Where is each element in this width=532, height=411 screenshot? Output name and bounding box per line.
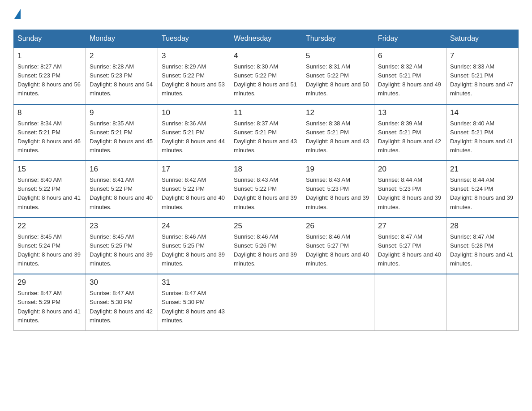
day-number: 23	[90, 222, 154, 231]
calendar-week-row: 8 Sunrise: 8:34 AM Sunset: 5:21 PM Dayli…	[14, 104, 519, 161]
day-number: 12	[306, 108, 370, 117]
day-info: Sunrise: 8:29 AM Sunset: 5:22 PM Dayligh…	[162, 62, 226, 98]
calendar-cell: 19 Sunrise: 8:43 AM Sunset: 5:23 PM Dayl…	[302, 161, 374, 218]
calendar-cell: 11 Sunrise: 8:37 AM Sunset: 5:21 PM Dayl…	[230, 104, 302, 161]
day-info: Sunrise: 8:27 AM Sunset: 5:23 PM Dayligh…	[17, 62, 82, 98]
day-info: Sunrise: 8:44 AM Sunset: 5:23 PM Dayligh…	[378, 176, 442, 212]
day-number: 2	[90, 51, 154, 60]
calendar-cell: 12 Sunrise: 8:38 AM Sunset: 5:21 PM Dayl…	[302, 104, 374, 161]
day-info: Sunrise: 8:30 AM Sunset: 5:22 PM Dayligh…	[234, 62, 298, 98]
day-info: Sunrise: 8:47 AM Sunset: 5:30 PM Dayligh…	[162, 289, 226, 325]
calendar-week-row: 29 Sunrise: 8:47 AM Sunset: 5:29 PM Dayl…	[14, 274, 519, 330]
day-info: Sunrise: 8:39 AM Sunset: 5:21 PM Dayligh…	[378, 119, 442, 155]
weekday-header-tuesday: Tuesday	[158, 30, 230, 48]
calendar-week-row: 22 Sunrise: 8:45 AM Sunset: 5:24 PM Dayl…	[14, 218, 519, 274]
calendar-cell: 31 Sunrise: 8:47 AM Sunset: 5:30 PM Dayl…	[158, 274, 230, 330]
day-number: 16	[90, 165, 154, 174]
day-info: Sunrise: 8:28 AM Sunset: 5:23 PM Dayligh…	[90, 62, 154, 98]
day-number: 19	[306, 165, 370, 174]
day-number: 6	[378, 51, 442, 60]
day-info: Sunrise: 8:44 AM Sunset: 5:24 PM Dayligh…	[450, 176, 515, 212]
weekday-header-row: SundayMondayTuesdayWednesdayThursdayFrid…	[14, 30, 519, 48]
day-number: 15	[17, 165, 82, 174]
day-number: 22	[17, 222, 82, 231]
calendar-cell: 15 Sunrise: 8:40 AM Sunset: 5:22 PM Dayl…	[14, 161, 86, 218]
calendar-cell: 4 Sunrise: 8:30 AM Sunset: 5:22 PM Dayli…	[230, 47, 302, 104]
page-header	[13, 9, 519, 21]
day-info: Sunrise: 8:46 AM Sunset: 5:27 PM Dayligh…	[306, 232, 370, 269]
calendar-cell: 23 Sunrise: 8:45 AM Sunset: 5:25 PM Dayl…	[86, 218, 158, 274]
calendar-cell: 8 Sunrise: 8:34 AM Sunset: 5:21 PM Dayli…	[14, 104, 86, 161]
calendar-cell: 7 Sunrise: 8:33 AM Sunset: 5:21 PM Dayli…	[446, 47, 519, 104]
day-number: 14	[450, 108, 515, 117]
calendar-table: SundayMondayTuesdayWednesdayThursdayFrid…	[13, 30, 519, 331]
day-info: Sunrise: 8:46 AM Sunset: 5:26 PM Dayligh…	[234, 232, 298, 269]
calendar-cell: 17 Sunrise: 8:42 AM Sunset: 5:22 PM Dayl…	[158, 161, 230, 218]
logo-triangle-icon	[14, 9, 21, 19]
calendar-cell: 28 Sunrise: 8:47 AM Sunset: 5:28 PM Dayl…	[446, 218, 519, 274]
day-number: 26	[306, 222, 370, 231]
calendar-cell	[230, 274, 302, 330]
calendar-cell: 6 Sunrise: 8:32 AM Sunset: 5:21 PM Dayli…	[374, 47, 446, 104]
calendar-cell	[302, 274, 374, 330]
calendar-body: 1 Sunrise: 8:27 AM Sunset: 5:23 PM Dayli…	[14, 47, 519, 330]
logo	[13, 9, 21, 21]
calendar-cell: 29 Sunrise: 8:47 AM Sunset: 5:29 PM Dayl…	[14, 274, 86, 330]
calendar-cell: 9 Sunrise: 8:35 AM Sunset: 5:21 PM Dayli…	[86, 104, 158, 161]
day-info: Sunrise: 8:43 AM Sunset: 5:23 PM Dayligh…	[306, 176, 370, 212]
calendar-cell: 5 Sunrise: 8:31 AM Sunset: 5:22 PM Dayli…	[302, 47, 374, 104]
calendar-week-row: 1 Sunrise: 8:27 AM Sunset: 5:23 PM Dayli…	[14, 47, 519, 104]
day-info: Sunrise: 8:41 AM Sunset: 5:22 PM Dayligh…	[90, 176, 154, 212]
day-info: Sunrise: 8:47 AM Sunset: 5:30 PM Dayligh…	[90, 289, 154, 325]
day-number: 28	[450, 222, 515, 231]
calendar-cell: 22 Sunrise: 8:45 AM Sunset: 5:24 PM Dayl…	[14, 218, 86, 274]
calendar-cell: 14 Sunrise: 8:40 AM Sunset: 5:21 PM Dayl…	[446, 104, 519, 161]
weekday-header-thursday: Thursday	[302, 30, 374, 48]
day-number: 13	[378, 108, 442, 117]
day-number: 20	[378, 165, 442, 174]
calendar-cell: 18 Sunrise: 8:43 AM Sunset: 5:22 PM Dayl…	[230, 161, 302, 218]
day-number: 30	[90, 278, 154, 287]
day-number: 29	[17, 278, 82, 287]
day-info: Sunrise: 8:36 AM Sunset: 5:21 PM Dayligh…	[162, 119, 226, 155]
day-number: 17	[162, 165, 226, 174]
day-number: 5	[306, 51, 370, 60]
calendar-cell: 2 Sunrise: 8:28 AM Sunset: 5:23 PM Dayli…	[86, 47, 158, 104]
day-info: Sunrise: 8:43 AM Sunset: 5:22 PM Dayligh…	[234, 176, 298, 212]
day-number: 31	[162, 278, 226, 287]
calendar-cell: 27 Sunrise: 8:47 AM Sunset: 5:27 PM Dayl…	[374, 218, 446, 274]
day-info: Sunrise: 8:42 AM Sunset: 5:22 PM Dayligh…	[162, 176, 226, 212]
day-number: 24	[162, 222, 226, 231]
day-info: Sunrise: 8:40 AM Sunset: 5:22 PM Dayligh…	[17, 176, 82, 212]
logo-text	[13, 9, 21, 21]
calendar-cell: 26 Sunrise: 8:46 AM Sunset: 5:27 PM Dayl…	[302, 218, 374, 274]
day-number: 27	[378, 222, 442, 231]
weekday-header-monday: Monday	[86, 30, 158, 48]
day-info: Sunrise: 8:35 AM Sunset: 5:21 PM Dayligh…	[90, 119, 154, 155]
calendar-header: SundayMondayTuesdayWednesdayThursdayFrid…	[14, 30, 519, 48]
day-info: Sunrise: 8:37 AM Sunset: 5:21 PM Dayligh…	[234, 119, 298, 155]
day-info: Sunrise: 8:45 AM Sunset: 5:24 PM Dayligh…	[17, 232, 82, 269]
calendar-cell: 16 Sunrise: 8:41 AM Sunset: 5:22 PM Dayl…	[86, 161, 158, 218]
day-number: 11	[234, 108, 298, 117]
weekday-header-saturday: Saturday	[446, 30, 519, 48]
calendar-cell: 10 Sunrise: 8:36 AM Sunset: 5:21 PM Dayl…	[158, 104, 230, 161]
day-number: 18	[234, 165, 298, 174]
calendar-cell: 3 Sunrise: 8:29 AM Sunset: 5:22 PM Dayli…	[158, 47, 230, 104]
calendar-cell	[446, 274, 519, 330]
calendar-cell: 25 Sunrise: 8:46 AM Sunset: 5:26 PM Dayl…	[230, 218, 302, 274]
day-number: 21	[450, 165, 515, 174]
day-info: Sunrise: 8:38 AM Sunset: 5:21 PM Dayligh…	[306, 119, 370, 155]
day-info: Sunrise: 8:32 AM Sunset: 5:21 PM Dayligh…	[378, 62, 442, 98]
day-number: 10	[162, 108, 226, 117]
calendar-week-row: 15 Sunrise: 8:40 AM Sunset: 5:22 PM Dayl…	[14, 161, 519, 218]
calendar-cell	[374, 274, 446, 330]
weekday-header-wednesday: Wednesday	[230, 30, 302, 48]
day-number: 8	[17, 108, 82, 117]
calendar-cell: 21 Sunrise: 8:44 AM Sunset: 5:24 PM Dayl…	[446, 161, 519, 218]
day-number: 4	[234, 51, 298, 60]
day-number: 3	[162, 51, 226, 60]
weekday-header-friday: Friday	[374, 30, 446, 48]
day-number: 9	[90, 108, 154, 117]
calendar-cell: 20 Sunrise: 8:44 AM Sunset: 5:23 PM Dayl…	[374, 161, 446, 218]
